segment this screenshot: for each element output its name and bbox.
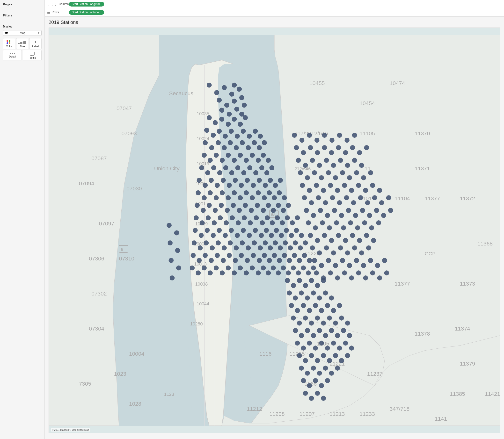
svg-point-285: [244, 270, 249, 275]
svg-point-91: [234, 107, 239, 112]
svg-point-168: [238, 195, 243, 200]
svg-point-100: [204, 128, 209, 133]
svg-point-260: [227, 253, 232, 258]
svg-point-489: [338, 245, 343, 251]
rows-icon: ☰: [47, 10, 50, 14]
svg-text:10455: 10455: [309, 80, 325, 86]
svg-point-246: [268, 245, 273, 251]
svg-text:Union City: Union City: [154, 165, 180, 171]
svg-point-230: [289, 233, 294, 238]
svg-point-471: [355, 225, 360, 231]
svg-point-512: [363, 275, 368, 280]
svg-point-305: [170, 275, 175, 280]
svg-point-275: [307, 258, 312, 263]
svg-point-184: [237, 208, 242, 213]
svg-point-276: [190, 266, 195, 271]
svg-point-223: [253, 228, 258, 233]
svg-point-111: [209, 145, 214, 150]
svg-point-296: [301, 266, 306, 271]
svg-point-463: [388, 208, 393, 213]
svg-point-268: [272, 253, 277, 258]
svg-point-432: [342, 183, 347, 188]
svg-point-187: [255, 203, 260, 208]
svg-point-186: [249, 208, 254, 213]
svg-point-447: [365, 200, 370, 205]
svg-point-355: [325, 345, 330, 351]
svg-point-225: [264, 228, 269, 233]
marks-section: Marks 🗺 Map ▼ Color Size: [0, 22, 44, 439]
rows-pill[interactable]: Start Station Latitude ..: [69, 10, 104, 15]
chevron-down-icon: ▼: [38, 32, 40, 34]
tooltip-button[interactable]: Tooltip: [23, 50, 42, 61]
svg-point-507: [328, 270, 333, 275]
size-button[interactable]: Size: [16, 38, 28, 49]
svg-point-427: [307, 188, 312, 193]
color-button[interactable]: Color: [3, 38, 15, 49]
svg-point-264: [251, 253, 256, 258]
svg-point-387: [307, 133, 312, 138]
svg-point-418: [319, 175, 324, 180]
svg-point-508: [335, 275, 340, 280]
svg-point-298: [311, 266, 316, 271]
svg-point-441: [323, 200, 328, 205]
svg-point-273: [297, 258, 302, 263]
svg-text:07030: 07030: [126, 185, 142, 192]
svg-point-378: [313, 378, 318, 383]
svg-point-287: [256, 270, 261, 275]
svg-point-133: [199, 165, 204, 170]
svg-point-306: [285, 278, 290, 283]
map-container[interactable]: 07094 07097 07306 07302 07304 07310 0703…: [49, 27, 500, 433]
svg-point-364: [321, 353, 326, 358]
svg-point-363: [315, 358, 320, 363]
svg-text:10035: 10035: [197, 111, 209, 116]
svg-point-371: [311, 366, 316, 371]
label-icon: T: [33, 40, 38, 44]
svg-point-166: [226, 195, 231, 200]
svg-point-169: [244, 190, 249, 195]
svg-point-366: [333, 353, 338, 358]
svg-point-216: [211, 233, 216, 238]
columns-pill[interactable]: Start Station Longitud..: [69, 2, 104, 7]
svg-point-272: [292, 253, 297, 258]
svg-point-350: [295, 341, 300, 346]
svg-point-83: [237, 86, 242, 92]
svg-point-172: [262, 195, 267, 200]
label-button[interactable]: T Label: [29, 38, 42, 49]
svg-point-337: [333, 321, 338, 326]
svg-point-491: [352, 245, 357, 251]
svg-point-89: [219, 108, 224, 113]
pages-section: Pages: [0, 0, 44, 11]
svg-point-277: [196, 270, 201, 275]
svg-point-365: [327, 358, 332, 363]
svg-point-506: [321, 275, 326, 280]
svg-point-386: [300, 138, 304, 143]
svg-point-377: [307, 383, 312, 388]
svg-point-96: [226, 122, 231, 127]
svg-point-171: [256, 190, 261, 195]
svg-point-455: [332, 208, 337, 213]
svg-point-258: [215, 253, 220, 258]
svg-point-307: [291, 283, 296, 288]
svg-point-213: [193, 228, 198, 233]
svg-point-215: [205, 228, 210, 233]
marks-label: Marks: [3, 25, 42, 28]
svg-point-229: [284, 228, 289, 233]
svg-point-454: [325, 213, 330, 218]
svg-point-240: [234, 245, 239, 251]
svg-point-108: [253, 129, 258, 134]
svg-point-291: [276, 270, 281, 275]
svg-point-486: [317, 250, 322, 255]
svg-text:GCP: GCP: [425, 251, 436, 256]
svg-point-513: [370, 270, 375, 275]
svg-point-188: [261, 208, 266, 213]
svg-text:10019: 10019: [197, 161, 209, 166]
svg-point-319: [323, 290, 328, 295]
svg-point-396: [308, 145, 313, 150]
svg-point-469: [341, 225, 346, 231]
svg-point-286: [250, 266, 255, 271]
marks-type-dropdown[interactable]: 🗺 Map ▼: [3, 30, 42, 36]
detail-button[interactable]: Detail: [3, 50, 22, 61]
svg-point-200: [230, 215, 235, 220]
svg-point-265: [257, 258, 262, 263]
svg-text:07087: 07087: [91, 155, 107, 161]
